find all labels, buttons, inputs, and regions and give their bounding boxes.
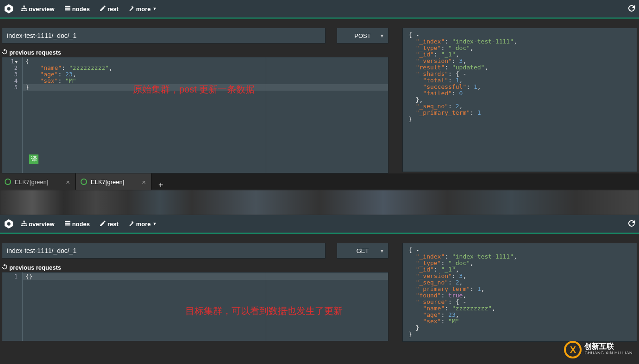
svg-rect-12 — [65, 9, 70, 10]
list-icon — [65, 6, 70, 12]
edit-icon — [100, 221, 106, 228]
status-circle-icon — [5, 179, 11, 185]
svg-rect-26 — [65, 222, 70, 223]
fold-icon[interactable]: ▼ — [15, 60, 18, 64]
close-icon[interactable]: × — [52, 178, 70, 186]
nav-more-label: more — [136, 221, 151, 228]
tab-label: ELK7[green] — [15, 179, 48, 185]
wand-icon — [129, 6, 134, 12]
nav-overview[interactable]: overview — [17, 3, 59, 15]
editor-ruler — [266, 57, 266, 173]
tab-label: ELK7[green] — [91, 179, 124, 185]
nav-nodes[interactable]: nodes — [60, 3, 94, 15]
method-select[interactable]: POST ▼ — [337, 28, 388, 43]
nav-more[interactable]: more ▼ — [124, 3, 162, 15]
watermark-en: CHUANG XIN HU LIAN — [584, 350, 633, 357]
url-input[interactable] — [2, 28, 326, 43]
nav-overview[interactable]: overview — [17, 218, 59, 230]
response-body[interactable]: { - "_index": "index-test-1111", "_type"… — [402, 28, 637, 172]
edit-icon — [100, 6, 106, 12]
response-pane: { - "_index": "index-test-1111", "_type"… — [402, 28, 637, 173]
instance-top: overview nodes rest more ▼ — [0, 0, 639, 173]
svg-rect-25 — [65, 221, 70, 222]
svg-rect-5 — [25, 10, 27, 11]
content-area-top: POST ▼ previous requests 1▼ 2 3 4 5 { — [0, 19, 639, 173]
method-select[interactable]: GET ▼ — [337, 243, 388, 259]
editor-gutter: 1▼ 2 3 4 5 — [2, 57, 23, 173]
svg-rect-22 — [22, 223, 27, 224]
method-label: GET — [357, 247, 369, 254]
chevron-down-icon: ▼ — [153, 222, 157, 226]
content-area-bottom: GET ▼ previous requests 1 {} 目标集群，可以看到数据… — [0, 234, 639, 342]
refresh-button[interactable] — [628, 220, 635, 228]
previous-requests-toggle[interactable]: previous requests — [2, 49, 388, 56]
browser-tabstrip: ELK7[green] × ELK7[green] × + — [0, 173, 639, 190]
response-body[interactable]: { - "_index": "index-test-1111", "_type"… — [402, 243, 637, 342]
svg-rect-27 — [65, 224, 70, 225]
request-pane: GET ▼ previous requests 1 {} 目标集群，可以看到数据… — [2, 243, 388, 342]
status-circle-icon — [81, 179, 87, 185]
svg-rect-18 — [21, 225, 23, 226]
list-icon — [65, 221, 70, 228]
svg-rect-7 — [22, 8, 27, 9]
svg-point-13 — [5, 179, 11, 185]
previous-requests-label: previous requests — [9, 264, 61, 271]
svg-rect-11 — [65, 7, 70, 8]
app-logo — [4, 4, 14, 14]
svg-rect-19 — [24, 225, 25, 226]
svg-rect-20 — [25, 225, 27, 226]
history-icon — [2, 264, 7, 271]
watermark: X 创新互联 CHUANG XIN HU LIAN — [564, 341, 633, 358]
svg-rect-23 — [22, 223, 23, 225]
refresh-button[interactable] — [628, 5, 635, 13]
nav-overview-label: overview — [29, 221, 55, 228]
blurred-bookmarks-bar — [0, 190, 639, 215]
watermark-logo-icon: X — [564, 341, 582, 358]
tab-elk7-2[interactable]: ELK7[green] × — [76, 173, 152, 190]
nav-more[interactable]: more ▼ — [124, 218, 162, 230]
new-tab-button[interactable]: + — [152, 180, 170, 190]
topbar: overview nodes rest more ▼ — [0, 0, 639, 19]
main-nav: overview nodes rest more ▼ — [17, 218, 162, 230]
watermark-cn: 创新互联 — [584, 343, 633, 350]
main-nav: overview nodes rest more ▼ — [17, 3, 162, 15]
close-icon[interactable]: × — [128, 178, 146, 186]
topbar: overview nodes rest more ▼ — [0, 215, 639, 234]
history-icon — [2, 49, 7, 56]
url-input[interactable] — [2, 243, 326, 259]
sitemap-icon — [21, 6, 27, 12]
previous-requests-toggle[interactable]: previous requests — [2, 264, 388, 271]
nav-rest[interactable]: rest — [95, 3, 123, 15]
chevron-down-icon: ▼ — [153, 6, 157, 11]
request-body-editor[interactable]: 1▼ 2 3 4 5 { "name": "zzzzzzzzz", "age":… — [2, 57, 388, 173]
svg-point-14 — [81, 179, 87, 185]
annotation-text: 原始集群，post 更新一条数据 — [133, 83, 255, 95]
editor-gutter: 1 — [2, 272, 23, 341]
wand-icon — [129, 221, 134, 228]
code-body[interactable]: { "name": "zzzzzzzzz", "age": 23, "sex":… — [23, 57, 388, 173]
annotation-text: 目标集群，可以看到数据也发生了更新 — [185, 305, 361, 317]
nav-more-label: more — [136, 6, 151, 12]
chevron-down-icon: ▼ — [380, 33, 384, 38]
nav-nodes-label: nodes — [72, 6, 90, 12]
svg-rect-3 — [21, 10, 23, 11]
response-pane: { - "_index": "index-test-1111", "_type"… — [402, 243, 637, 342]
nav-rest-label: rest — [107, 221, 119, 228]
instance-bottom: overview nodes rest more ▼ — [0, 215, 639, 342]
app-logo — [4, 219, 14, 229]
svg-rect-24 — [26, 223, 27, 225]
sitemap-icon — [21, 221, 27, 228]
svg-point-16 — [7, 222, 10, 225]
nav-overview-label: overview — [29, 6, 55, 12]
tab-elk7-1[interactable]: ELK7[green] × — [0, 173, 76, 190]
svg-rect-8 — [22, 8, 23, 10]
svg-rect-10 — [65, 6, 70, 6]
nav-nodes[interactable]: nodes — [60, 218, 94, 230]
nav-nodes-label: nodes — [72, 221, 90, 228]
svg-rect-17 — [24, 221, 25, 222]
svg-point-1 — [7, 7, 10, 10]
translate-badge[interactable]: 译 — [29, 154, 38, 164]
nav-rest-label: rest — [107, 6, 119, 12]
request-body-editor[interactable]: 1 {} 目标集群，可以看到数据也发生了更新 — [2, 272, 388, 341]
nav-rest[interactable]: rest — [95, 218, 123, 230]
